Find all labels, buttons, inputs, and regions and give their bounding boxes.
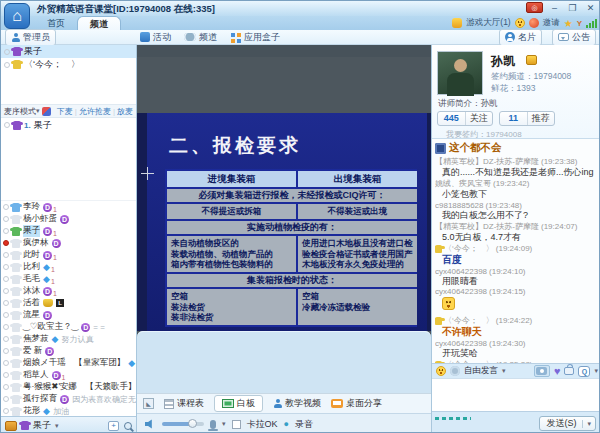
emoticon-picker-icon[interactable] bbox=[436, 366, 446, 376]
slide-canvas[interactable]: 二、报检要求 进境集装箱 出境集装箱 必须对集装箱进行报检，未经报检或CIQ许可… bbox=[137, 113, 431, 331]
emoticon-status-icon[interactable] bbox=[515, 18, 525, 28]
mic-mode-label[interactable]: 麦序模式 bbox=[4, 106, 36, 117]
member-row[interactable]: 稻草人 D 1 bbox=[1, 369, 136, 381]
close-button[interactable]: ✕ bbox=[584, 3, 597, 13]
member-row[interactable]: 杨小虾蛋 D bbox=[1, 213, 136, 225]
game-hall-icon[interactable] bbox=[452, 18, 462, 28]
game-hall-label[interactable]: 游戏大厅(1) bbox=[466, 17, 510, 29]
exit-channel-button[interactable]: ◎ bbox=[526, 2, 543, 13]
mic-down-link[interactable]: 下麦 bbox=[57, 106, 73, 117]
follow-button[interactable]: 445 关注 bbox=[437, 111, 493, 126]
chat-time: (19:24:30) bbox=[489, 339, 525, 348]
table-cell: 不得提运或拆箱 bbox=[167, 204, 296, 219]
chat-message-list[interactable]: 这个都不会 【精英军校】DZ-扶苏-萨摩隆(19:23:38) 真的......… bbox=[432, 139, 600, 363]
member-row[interactable]: 流星 D bbox=[1, 309, 136, 321]
owner-row[interactable]: 〈‘今今； 〉 bbox=[1, 58, 136, 71]
chat-sender[interactable]: 〈‘今今； 〉 bbox=[444, 243, 494, 254]
chat-message: 〈‘今今； 〉(19:24:09) 百度 bbox=[435, 243, 599, 266]
admin-person-icon bbox=[11, 33, 20, 42]
tab-home[interactable]: 首页 bbox=[35, 16, 77, 30]
chevron-down-icon[interactable]: ▾ bbox=[222, 420, 226, 428]
speaker-icon[interactable] bbox=[145, 419, 156, 430]
member-row[interactable]: 焦梦菽 ◆ 努力认真 bbox=[1, 333, 136, 345]
admin-button[interactable]: 管理员 bbox=[5, 29, 56, 46]
chat-sender[interactable]: 姚绒、疾风宝哥 bbox=[435, 178, 491, 189]
chat-time: (19:24:15) bbox=[489, 287, 525, 296]
member-row[interactable]: 沐沐 D 1 bbox=[1, 285, 136, 297]
volume-slider-handle[interactable] bbox=[188, 419, 197, 428]
member-row[interactable]: 比利 ◆ 1 bbox=[1, 261, 136, 273]
member-row[interactable]: 烟娘メ千瑶 【皇家军团】 ◆ 1 bbox=[1, 357, 136, 369]
minimize-button[interactable]: – bbox=[548, 3, 561, 13]
game-button[interactable]: 频道 bbox=[184, 31, 217, 44]
mic-queue-row[interactable]: 1. 果子 bbox=[1, 118, 136, 132]
home-icon[interactable]: ⌂ bbox=[4, 3, 30, 29]
collapse-board-icon[interactable]: ◣ bbox=[143, 398, 154, 409]
member-row[interactable]: 活着 L bbox=[1, 297, 136, 309]
badge-count: 1 bbox=[62, 374, 66, 381]
send-button[interactable]: 发送(S) ▾ bbox=[539, 416, 596, 431]
recommend-button[interactable]: 11 推荐 bbox=[499, 111, 555, 126]
mic-allow-link[interactable]: 允许抢麦 bbox=[79, 106, 111, 117]
invite-icon[interactable] bbox=[529, 18, 539, 28]
chat-sender[interactable]: cyx406422398 bbox=[435, 287, 487, 296]
notice-button[interactable]: 公告 bbox=[552, 29, 596, 46]
quick-reply-icon[interactable]: Q bbox=[578, 366, 590, 377]
member-row[interactable]: 爱 新 D bbox=[1, 345, 136, 357]
activity-button[interactable]: 活动 bbox=[140, 31, 171, 44]
tab-desktop-share[interactable]: 桌面分享 bbox=[331, 397, 382, 410]
chat-sender[interactable]: 【精英军校】DZ-扶苏-萨摩隆 bbox=[435, 156, 539, 167]
karaoke-checkbox[interactable] bbox=[232, 420, 241, 429]
member-row[interactable]: 此时 D 1 bbox=[1, 249, 136, 261]
gift-box-icon[interactable] bbox=[564, 367, 574, 375]
member-row[interactable]: 李玲 D 1 bbox=[1, 201, 136, 213]
name-card-button[interactable]: 名片 bbox=[499, 29, 542, 46]
mic-mode-icon[interactable] bbox=[42, 107, 51, 116]
chevron-down-icon[interactable]: ▾ bbox=[502, 367, 506, 375]
mic-release-link[interactable]: 放麦 bbox=[117, 106, 133, 117]
chat-sender[interactable]: 〈‘今今； 〉 bbox=[444, 315, 494, 326]
member-row[interactable]: ‿♡欧宝主？‿ D = = bbox=[1, 321, 136, 333]
member-row[interactable]: 果子 D 1 bbox=[1, 225, 136, 237]
history-icon[interactable] bbox=[450, 366, 460, 376]
tab-schedule[interactable]: 课程表 bbox=[164, 397, 204, 410]
owner-row[interactable]: 果子 bbox=[1, 45, 136, 58]
search-icon[interactable] bbox=[124, 422, 132, 430]
member-row[interactable]: 毛毛 ◆ 1 bbox=[1, 273, 136, 285]
member-name: 疯伊林 bbox=[23, 237, 49, 249]
member-row[interactable]: 粤·猴猴✖'安娜 【天籁歌手】 bbox=[1, 381, 136, 393]
member-row[interactable]: 花形 ◆ 加油 bbox=[1, 405, 136, 416]
chat-sender[interactable]: c9818885628 bbox=[435, 201, 484, 210]
chat-sender[interactable]: cyx406422398 bbox=[435, 267, 487, 276]
member-row[interactable]: 疯伊林 D bbox=[1, 237, 136, 249]
tab-teaching-video[interactable]: 教学视频 bbox=[273, 397, 321, 410]
tab-whiteboard[interactable]: 白板 bbox=[214, 395, 263, 412]
add-member-icon[interactable]: + bbox=[108, 421, 119, 431]
record-label[interactable]: 录音 bbox=[295, 418, 313, 431]
invite-label[interactable]: 邀请 bbox=[543, 17, 560, 29]
member-row[interactable]: 孤行探育 D 因为表喜欢确定无结果 bbox=[1, 393, 136, 405]
appbox-button[interactable]: 应用盒子 bbox=[230, 31, 280, 44]
chevron-down-icon[interactable]: ▾ bbox=[55, 422, 59, 430]
treasure-box-icon[interactable] bbox=[5, 421, 17, 431]
record-dot-icon[interactable]: ● bbox=[284, 419, 289, 429]
chat-sender[interactable]: 【精英军校】DZ-扶苏-萨摩隆 bbox=[435, 221, 539, 232]
chat-sender[interactable]: cyx406422398 bbox=[435, 339, 487, 348]
camera-button[interactable] bbox=[534, 365, 550, 377]
lecturer-avatar[interactable] bbox=[437, 51, 483, 95]
volume-slider[interactable] bbox=[162, 422, 204, 426]
chat-input[interactable] bbox=[432, 378, 600, 411]
tab-channel[interactable]: 频道 bbox=[77, 16, 121, 30]
table-span-cell: 集装箱报检时的状态： bbox=[167, 274, 417, 287]
chevron-down-icon[interactable]: ▾ bbox=[582, 420, 595, 428]
chevron-down-icon[interactable]: ▾ bbox=[36, 107, 40, 115]
speak-mode-label[interactable]: 自由发言 bbox=[464, 365, 498, 377]
chat-message: c9818885628(19:23:48) 我的白板怎么用不了? bbox=[435, 201, 599, 220]
maximize-button[interactable]: ❐ bbox=[566, 3, 579, 13]
favorite-star-icon[interactable]: ★ bbox=[564, 18, 573, 29]
microphone-icon[interactable] bbox=[210, 420, 216, 429]
heart-icon[interactable]: ♥ bbox=[554, 365, 561, 377]
resize-grip[interactable] bbox=[435, 417, 471, 420]
chevron-down-icon[interactable]: ▾ bbox=[594, 367, 598, 375]
my-nickname[interactable]: 果子 bbox=[33, 419, 51, 432]
